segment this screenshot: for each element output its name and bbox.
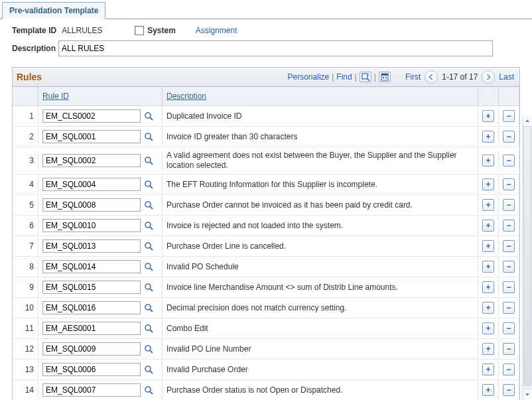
delete-row-button[interactable]: − [503,343,515,355]
add-row-button[interactable]: + [482,343,494,355]
add-row-button[interactable]: + [482,110,494,122]
lookup-icon[interactable] [143,364,155,375]
add-row-button[interactable]: + [482,261,494,273]
find-link[interactable]: Find [336,72,352,82]
col-header-rule-id[interactable]: Rule ID [38,87,163,105]
delete-row-button[interactable]: − [503,240,515,252]
lookup-icon[interactable] [143,155,155,167]
grid-toolbar: Personalize | Find | | First 1-17 of 17 [288,70,515,84]
lookup-icon[interactable] [143,261,155,273]
row-number: 6 [13,216,38,235]
table-row: 10Decimal precision does not match curre… [13,298,519,318]
add-row-button[interactable]: + [482,384,494,396]
lookup-icon[interactable] [143,200,155,211]
assignment-link[interactable]: Assignment [196,26,237,35]
lookup-icon[interactable] [143,282,155,293]
last-link[interactable]: Last [498,72,515,82]
rule-id-input[interactable] [42,219,141,232]
svg-point-18 [145,387,151,392]
delete-row-button[interactable]: − [503,302,515,314]
rule-id-input[interactable] [42,342,141,356]
rule-id-cell [38,151,163,170]
col-header-description[interactable]: Description [163,87,478,105]
add-row-button[interactable]: + [482,220,494,232]
add-row-button[interactable]: + [482,155,494,167]
svg-rect-3 [383,77,384,78]
delete-row-button[interactable]: − [503,199,515,211]
svg-point-13 [145,284,151,289]
lookup-icon[interactable] [143,241,155,252]
rule-id-input[interactable] [42,130,141,143]
add-row-button[interactable]: + [482,322,494,334]
delete-row-button[interactable]: − [503,110,515,122]
row-number: 11 [13,319,38,338]
add-row-button[interactable]: + [482,364,494,375]
add-row-button[interactable]: + [482,240,494,252]
next-arrow[interactable] [482,70,495,84]
description-input[interactable] [58,40,493,56]
rule-id-input[interactable] [42,301,141,314]
rule-description: A valid agreement does not exist between… [163,147,478,174]
delete-row-cell: − [499,381,519,399]
delete-row-button[interactable]: − [503,220,515,232]
lookup-icon[interactable] [143,179,155,190]
download-icon[interactable] [379,72,391,82]
rule-id-input[interactable] [42,260,141,273]
delete-row-button[interactable]: − [503,155,515,167]
table-row: 1Duplicated Invoice ID+− [13,106,519,127]
add-row-cell: + [478,381,499,399]
rule-id-input[interactable] [42,322,141,335]
delete-row-button[interactable]: − [503,131,515,143]
add-row-button[interactable]: + [482,302,494,314]
lookup-icon[interactable] [143,385,155,396]
svg-point-8 [145,181,151,186]
rule-description: Purchase Order cannot be invoiced as it … [163,196,478,214]
add-row-button[interactable]: + [482,281,494,293]
delete-row-button[interactable]: − [503,261,515,273]
scroll-thumb[interactable] [523,126,531,386]
rule-id-input[interactable] [42,198,141,212]
system-checkbox[interactable] [135,26,144,35]
lookup-icon[interactable] [143,220,155,232]
delete-row-button[interactable]: − [503,384,515,396]
first-link[interactable]: First [404,72,422,82]
rule-id-cell [38,380,163,400]
tab-prevalidation-template[interactable]: Pre-validation Template [2,2,105,19]
row-number: 3 [13,151,38,170]
delete-row-button[interactable]: − [503,364,515,375]
delete-row-button[interactable]: − [503,281,515,293]
scroll-up-arrow[interactable] [523,115,532,127]
rule-id-input[interactable] [42,239,141,253]
scroll-down-arrow[interactable] [523,389,532,400]
add-row-cell: + [478,151,499,170]
add-row-button[interactable]: + [482,131,494,143]
lookup-icon[interactable] [143,344,155,355]
rule-id-input[interactable] [42,154,141,167]
rule-id-input[interactable] [42,383,141,397]
rule-id-input[interactable] [42,281,141,294]
personalize-link[interactable]: Personalize [288,72,330,82]
svg-point-17 [145,366,151,371]
delete-row-button[interactable]: − [503,322,515,334]
prev-arrow[interactable] [425,70,438,84]
add-row-cell: + [478,196,499,214]
delete-row-button[interactable]: − [503,178,515,190]
lookup-icon[interactable] [143,111,155,122]
rule-id-cell [38,195,163,215]
lookup-icon[interactable] [143,323,155,334]
add-row-cell: + [478,278,499,297]
template-header: Template ID ALLRULES System Assignment D… [0,19,532,64]
table-row: 4The EFT Routing Information for this Su… [13,174,519,195]
table-row: 9Invoice line Merchandise Amount <> sum … [13,277,519,298]
rule-id-input[interactable] [42,363,141,376]
zoom-icon[interactable] [360,72,371,82]
lookup-icon[interactable] [143,131,155,143]
add-row-button[interactable]: + [482,178,494,190]
rule-id-input[interactable] [42,109,141,123]
tab-row: Pre-validation Template [0,0,532,19]
add-row-button[interactable]: + [482,199,494,211]
rule-id-input[interactable] [42,178,141,191]
rule-description: Duplicated Invoice ID [163,107,478,125]
lookup-icon[interactable] [143,302,155,314]
vertical-scrollbar[interactable] [522,115,532,400]
